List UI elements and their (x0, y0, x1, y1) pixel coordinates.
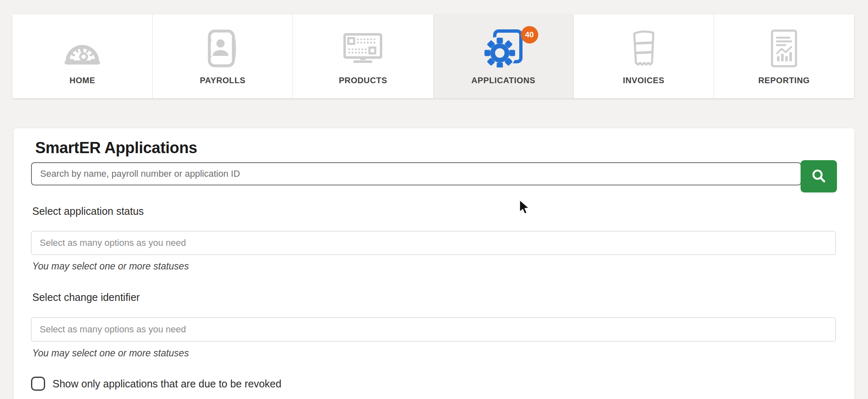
tab-label: PRODUCTS (339, 76, 387, 85)
notification-badge: 40 (521, 26, 538, 43)
content-card: SmartER Applications Select application … (14, 128, 854, 399)
tab-payrolls[interactable]: PAYROLLS (153, 14, 293, 98)
tab-invoices[interactable]: INVOICES (574, 14, 714, 98)
status-filter-select[interactable] (31, 231, 836, 255)
tab-label: HOME (70, 76, 95, 85)
status-filter-hint: You may select one or more statuses (32, 261, 189, 272)
status-filter-label: Select application status (32, 205, 144, 217)
change-identifier-hint: You may select one or more statuses (32, 348, 189, 359)
tab-home[interactable]: HOME (12, 14, 153, 98)
receipt-icon (628, 28, 659, 69)
tab-reporting[interactable]: REPORTING (714, 14, 854, 98)
tab-label: INVOICES (623, 76, 664, 85)
change-identifier-label: Select change identifier (32, 291, 140, 303)
search-button[interactable] (801, 160, 837, 192)
tab-applications[interactable]: 40 APPLICATIONS (434, 14, 574, 98)
report-chart-icon (769, 28, 799, 69)
page-title: SmartER Applications (35, 139, 197, 157)
gauge-icon (62, 28, 103, 69)
revoke-checkbox[interactable] (31, 377, 45, 391)
search-bar (31, 162, 837, 185)
gear-document-icon: 40 (484, 28, 523, 69)
monitor-icon (343, 28, 383, 69)
tab-label: REPORTING (758, 76, 810, 85)
search-icon (810, 168, 827, 185)
top-navigation: HOME PAYROLLS (12, 14, 854, 98)
revoke-checkbox-label: Show only applications that are due to b… (53, 378, 281, 390)
tab-label: APPLICATIONS (471, 76, 535, 85)
change-identifier-select[interactable] (31, 317, 836, 341)
revoke-filter-row[interactable]: Show only applications that are due to b… (31, 377, 281, 391)
tab-label: PAYROLLS (200, 76, 245, 85)
tab-products[interactable]: PRODUCTS (293, 14, 433, 98)
address-book-icon (205, 28, 240, 69)
search-input[interactable] (31, 162, 801, 185)
